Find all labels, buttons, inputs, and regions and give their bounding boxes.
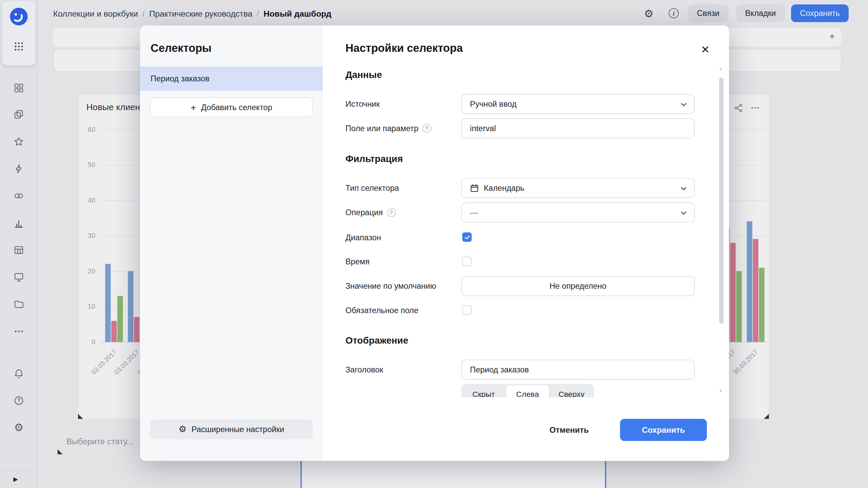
- chevron-down-icon: [680, 210, 687, 217]
- add-selector-label: Добавить селектор: [201, 103, 272, 112]
- scroll-down-icon[interactable]: ▼: [718, 388, 723, 393]
- selector-item-label: Период заказов: [151, 74, 210, 83]
- chevron-down-icon: [680, 185, 687, 192]
- selector-type-value: Календарь: [484, 184, 524, 192]
- source-select[interactable]: Ручной ввод: [461, 94, 695, 114]
- time-checkbox[interactable]: [462, 257, 472, 266]
- section-data: Данные: [346, 70, 382, 81]
- required-label: Обязательное поле: [346, 301, 418, 321]
- default-value: Не определено: [549, 282, 606, 290]
- selector-type-label: Тип селектора: [346, 178, 399, 198]
- selector-type-select[interactable]: Календарь: [461, 178, 695, 198]
- section-display: Отображение: [346, 335, 408, 346]
- advanced-settings-label: Расширенные настройки: [192, 425, 284, 434]
- operation-label: Операция ?: [346, 203, 396, 223]
- scroll-up-icon[interactable]: ▲: [718, 66, 723, 72]
- save-button[interactable]: Сохранить: [620, 419, 707, 441]
- selectors-panel-title: Селекторы: [151, 42, 212, 55]
- close-icon[interactable]: ✕: [697, 41, 714, 58]
- field-label: Поле или параметр ?: [346, 118, 431, 138]
- field-input[interactable]: [461, 118, 695, 138]
- app-stage: ⚙ ▶ Коллекции и воркбуки/Практические ру…: [0, 0, 868, 488]
- title-input[interactable]: [461, 360, 695, 380]
- calendar-icon: [470, 184, 479, 192]
- range-label: Диапазон: [346, 227, 381, 247]
- selector-list-item[interactable]: Период заказов: [140, 66, 323, 91]
- add-selector-button[interactable]: + Добавить селектор: [150, 97, 313, 117]
- section-filtration: Фильтрация: [346, 154, 403, 165]
- source-label: Источник: [346, 94, 380, 114]
- source-value: Ручной ввод: [470, 100, 516, 108]
- dialog-footer: Отменить Сохранить: [323, 397, 729, 461]
- operation-select[interactable]: —: [461, 203, 695, 223]
- settings-title: Настройки селектора: [346, 42, 463, 55]
- advanced-settings-button[interactable]: ⚙ Расширенные настройки: [150, 420, 313, 440]
- selectors-list-panel: Селекторы Период заказов + Добавить селе…: [140, 25, 323, 461]
- check-icon: [463, 234, 470, 241]
- plus-icon: +: [191, 103, 196, 112]
- default-value-label: Значение по умолчанию: [346, 276, 436, 296]
- help-icon[interactable]: ?: [422, 124, 431, 133]
- required-checkbox[interactable]: [462, 305, 472, 315]
- help-icon[interactable]: ?: [387, 208, 396, 217]
- cancel-button[interactable]: Отменить: [541, 419, 597, 441]
- gear-icon: ⚙: [179, 425, 186, 434]
- default-value-button[interactable]: Не определено: [461, 276, 695, 296]
- chevron-down-icon: [680, 101, 687, 108]
- selectors-dialog: Селекторы Период заказов + Добавить селе…: [140, 25, 729, 461]
- title-label: Заголовок: [346, 360, 383, 380]
- scrollbar-thumb[interactable]: [719, 78, 724, 324]
- operation-value: —: [470, 208, 478, 217]
- range-checkbox[interactable]: [462, 232, 472, 242]
- time-label: Время: [346, 252, 370, 272]
